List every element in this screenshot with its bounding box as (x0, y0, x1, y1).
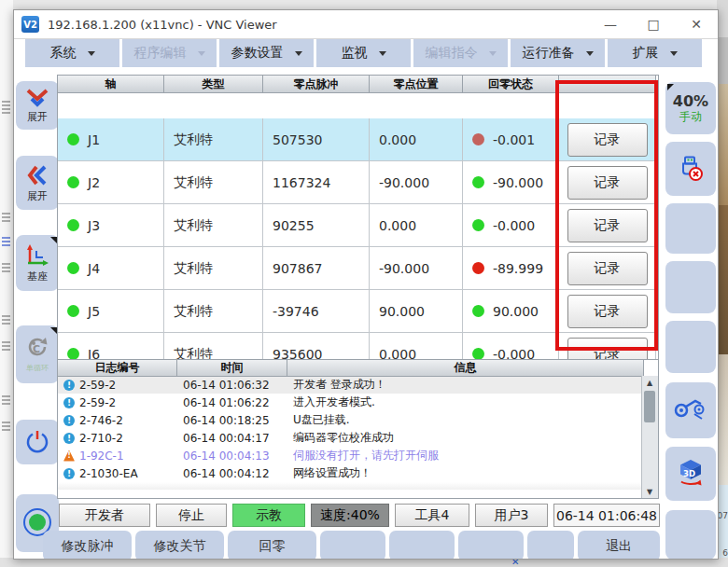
modify-joint-button[interactable]: 修改关节 (135, 531, 224, 560)
menu-bar: 系统 程序编辑 参数设置 监视 编辑指令 运行准备 扩展 (14, 39, 718, 67)
log-message-cell: 网络设置成功！ (287, 464, 644, 482)
scroll-down-icon[interactable]: ▼ (642, 485, 657, 498)
info-icon (63, 468, 75, 479)
position-cell: 0.000 (370, 118, 463, 161)
menu-label: 编辑指令 (426, 45, 478, 62)
drag-teach-button[interactable] (665, 382, 716, 438)
exit-button[interactable]: 退出 (578, 531, 660, 560)
log-table: 日志编号 时间 信息 2-59-2 06-14 01:06:32 开发者 登录成… (57, 359, 659, 499)
expand-left-button[interactable]: 展开 (16, 156, 59, 210)
base-frame-button[interactable]: 基座 (16, 235, 59, 291)
empty-function-button[interactable] (389, 531, 455, 560)
empty-panel-button[interactable] (665, 321, 716, 373)
log-time-cell: 06-14 00:04:13 (177, 447, 287, 464)
log-scrollbar[interactable]: ▲ ▼ (641, 376, 658, 498)
empty-panel-button[interactable] (665, 203, 716, 254)
menu-run-prepare[interactable]: 运行准备 (511, 39, 605, 67)
status-run-state[interactable]: 停止 (156, 504, 227, 527)
empty-function-button[interactable] (320, 531, 385, 560)
log-message-cell: U盘已挂载. (287, 411, 644, 429)
single-cycle-button[interactable]: C 单循环 (16, 325, 59, 383)
background-artifact (2, 263, 10, 274)
menu-program-edit[interactable]: 程序编辑 (122, 39, 217, 67)
menu-edit-command[interactable]: 编辑指令 (413, 39, 508, 67)
maximize-button[interactable]: □ (632, 11, 675, 38)
chevron-down-icon (489, 51, 497, 56)
log-row[interactable]: 2-59-2 06-14 01:06:22 进入开发者模式. (58, 394, 658, 411)
window-titlebar: V2 192.168.1.200 (x11vnc) - VNC Viewer —… (14, 10, 718, 39)
menu-extension[interactable]: 扩展 (608, 39, 702, 67)
sidebar-label: 展开 (27, 112, 48, 123)
scroll-up-icon[interactable]: ▲ (642, 376, 657, 389)
sidebar-label: 展开 (27, 191, 48, 202)
modify-pulse-button[interactable]: 修改脉冲 (43, 531, 132, 560)
background-artifact (2, 422, 10, 433)
log-row[interactable]: 2-1030-EA 06-14 00:04:12 网络设置成功！ (58, 464, 658, 482)
column-header-record (559, 76, 656, 93)
empty-panel-button[interactable] (665, 510, 716, 560)
status-speed[interactable]: 速度:40% (311, 504, 389, 527)
log-id-cell: 2-59-2 (58, 376, 177, 394)
mode-label: 手动 (679, 110, 702, 123)
type-cell: 艾利特 (164, 247, 263, 290)
scrollbar-thumb[interactable] (644, 391, 655, 422)
expand-down-button[interactable]: 展开 (16, 81, 59, 130)
empty-panel-button[interactable] (665, 261, 716, 313)
column-header-zero-position: 零点位置 (370, 76, 463, 93)
record-button-j5[interactable]: 记录 (567, 295, 648, 328)
log-id-cell: 2-746-2 (58, 411, 177, 429)
close-button[interactable]: ✕ (675, 11, 718, 38)
log-row[interactable]: 1-92C-1 06-14 00:04:13 伺服没有打开，请先打开伺服 (58, 447, 658, 464)
status-teach-mode[interactable]: 示教 (232, 504, 305, 527)
record-button-j1[interactable]: 记录 (567, 123, 648, 157)
type-cell: 艾利特 (164, 204, 263, 247)
pulse-cell: 507530 (263, 118, 370, 161)
status-bar: 开发者 停止 示教 速度:40% 工具4 用户3 06-14 01:06:48 (59, 504, 660, 527)
log-row[interactable]: 2-710-2 06-14 00:04:17 编码器零位校准成功 (58, 429, 658, 447)
menu-label: 运行准备 (523, 45, 575, 62)
svg-text:C: C (33, 343, 40, 355)
power-icon (25, 429, 49, 456)
chevron-down-icon (198, 51, 205, 56)
pulse-cell: 1167324 (263, 161, 370, 204)
chevron-down-icon (88, 51, 95, 56)
chevron-down-icon (670, 51, 678, 56)
empty-function-button[interactable] (527, 531, 574, 560)
position-cell: -90.000 (370, 247, 463, 290)
sidebar-label: 单循环 (26, 363, 49, 374)
home-button[interactable]: 回零 (228, 531, 316, 560)
usb-unmount-button[interactable] (665, 142, 716, 196)
home-status-dot (472, 133, 484, 145)
background-number: 6 (722, 548, 728, 558)
column-header-axis: 轴 (58, 76, 164, 93)
home-status-value: -90.000 (493, 175, 543, 190)
menu-label: 系统 (50, 45, 77, 62)
speed-value: 40% (673, 93, 708, 110)
menu-monitor[interactable]: 监视 (316, 39, 411, 67)
axis-status-dot (67, 133, 79, 145)
record-button-j4[interactable]: 记录 (567, 252, 648, 285)
empty-function-button[interactable] (458, 531, 524, 560)
log-time-cell: 06-14 01:06:22 (177, 394, 287, 411)
status-user-frame[interactable]: 用户3 (475, 504, 548, 527)
menu-parameter-settings[interactable]: 参数设置 (219, 39, 314, 67)
axis-cell: J1 (58, 118, 164, 161)
record-button-j2[interactable]: 记录 (567, 166, 648, 200)
power-button[interactable] (16, 420, 59, 464)
status-tool[interactable]: 工具4 (395, 504, 469, 527)
minimize-button[interactable]: — (589, 11, 632, 38)
position-cell: 90.000 (370, 290, 463, 333)
speed-mode-button[interactable]: 40% 手动 (665, 82, 716, 134)
menu-system[interactable]: 系统 (25, 39, 119, 67)
view-3d-button[interactable]: 3D (665, 447, 716, 501)
log-row[interactable]: 2-59-2 06-14 01:06:32 开发者 登录成功！ (58, 376, 658, 394)
column-header-type: 类型 (164, 76, 263, 93)
status-user-mode[interactable]: 开发者 (59, 504, 150, 527)
log-row[interactable]: 2-746-2 06-14 00:18:25 U盘已挂载. (58, 411, 658, 429)
home-status-cell: 90.000 (463, 290, 559, 333)
column-header-zero-pulse: 零点脉冲 (263, 76, 370, 93)
record-cell: 记录 (559, 247, 656, 290)
record-button-j3[interactable]: 记录 (567, 209, 648, 242)
warning-icon (63, 450, 75, 462)
log-message-cell: 编码器零位校准成功 (287, 429, 644, 447)
